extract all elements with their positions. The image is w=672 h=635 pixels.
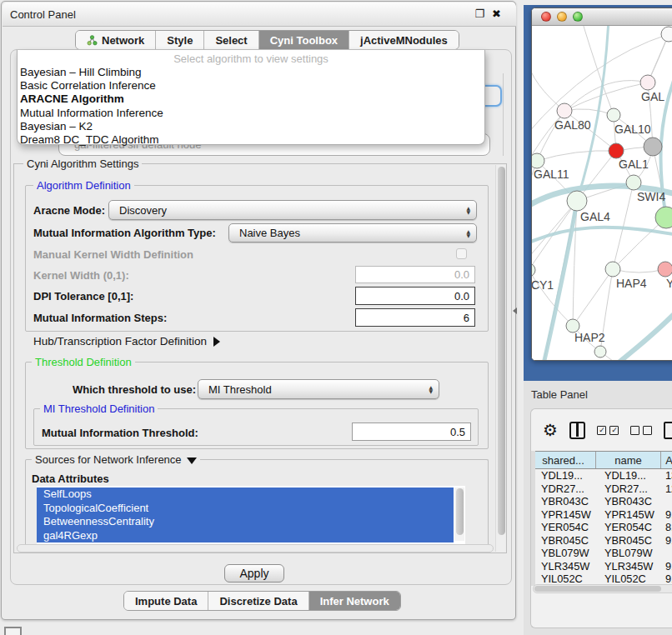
table-row[interactable]: YER054CYER054C8. [531,521,672,534]
unchecked-checkbox-icon [643,426,652,435]
tab-label: Style [167,34,193,47]
tab-discretize-data[interactable]: Discretize Data [208,592,308,610]
tab-label: Select [215,34,247,47]
table-cell: YDL19... [531,469,596,482]
table-row[interactable]: YPR145WYPR145W9. [531,508,672,522]
combo-arrows-icon: ▲▼ [466,206,470,214]
table-cell: 12 [661,482,672,495]
table-cell: YBR045C [531,534,596,547]
deselect-all-icon[interactable] [630,426,652,435]
network-node-hap4[interactable] [605,262,620,277]
algorithm-option-aracne-algorithm[interactable]: ARACNE Algorithm [20,92,484,106]
tab-jactivemnodules[interactable]: jActiveMNodules [349,31,459,49]
sources-group-title[interactable]: Sources for Network Inference [32,453,200,466]
network-node-gal11[interactable] [532,153,544,168]
network-canvas[interactable]: GALGAL80GAL10GAL1GAL11SWI4GAL4GCY1HAP4YH… [532,26,672,361]
mi-threshold-field[interactable]: 0.5 [352,422,471,441]
network-node-y[interactable] [658,262,672,277]
tab-network[interactable]: Network [76,31,156,49]
kernel-width-field[interactable]: 0.0 [355,266,475,283]
network-node-swi4[interactable] [626,175,641,190]
settings-horizontal-scrollbar[interactable] [17,544,494,552]
attribute-item-betweennesscentrality[interactable]: BetweennessCentrality [37,515,454,529]
panel-divider-handle[interactable] [513,308,517,314]
column-header-shared[interactable]: shared... [531,452,596,468]
manual-kernel-checkbox[interactable] [456,248,467,259]
network-node[interactable] [644,138,662,156]
attribute-list-scrollbar[interactable] [454,488,464,541]
tab-cyni-toolbox[interactable]: Cyni Toolbox [259,31,349,49]
network-node-gal[interactable] [640,75,655,90]
table-cell: YBL079W [596,547,661,559]
table-header-row: shared...nameA [531,451,672,469]
table-cell: YBR045C [596,534,661,547]
attribute-list-scrollbar-thumb[interactable] [456,488,464,535]
network-node-gal80[interactable] [557,103,572,118]
close-traffic-light-icon[interactable] [541,12,551,22]
algorithm-option-mutual-information-inference[interactable]: Mutual Information Inference [20,107,484,120]
table-cell: YDR27... [531,482,596,495]
tab-style[interactable]: Style [156,31,204,49]
zoom-traffic-light-icon[interactable] [573,12,583,22]
data-attributes-list[interactable]: SelfLoopsTopologicalCoefficientBetweenne… [37,486,465,544]
hub-section-toggle[interactable]: Hub/Transcription Factor Definition [33,335,220,348]
node-label-gcy1: GCY1 [532,278,554,292]
table-row[interactable]: YBR045CYBR045C9. [531,534,672,548]
network-window-titlebar[interactable] [532,8,672,26]
algorithm-option-bayesian-k2[interactable]: Bayesian – K2 [20,120,484,133]
table-scrollbar-thumb[interactable] [534,586,661,592]
tab-impute-data[interactable]: Impute Data [124,592,208,610]
select-all-icon[interactable]: ✓ ✓ [597,426,619,435]
attribute-item-gal4rgexp[interactable]: gal4RGexp [37,529,454,543]
mi-type-label: Mutual Information Algorithm Type: [33,227,216,239]
gear-icon[interactable]: ⚙ [543,422,558,438]
network-node[interactable] [594,346,606,358]
document-icon[interactable] [664,422,672,439]
float-window-icon[interactable]: ❐ [474,8,484,20]
checked-checkbox-icon: ✓ [609,426,619,435]
settings-scrollbar-thumb[interactable] [498,167,505,535]
algorithm-option-bayesian-hill-climbing[interactable]: Bayesian – Hill Climbing [20,66,484,79]
network-node-gal4[interactable] [567,191,587,211]
network-node-gcy1[interactable] [532,263,535,277]
mi-steps-field[interactable]: 6 [355,308,475,327]
column-header-a[interactable]: A [661,452,672,468]
mi-threshold-definition-title: MI Threshold Definition [40,402,158,415]
expand-right-icon[interactable] [213,337,220,347]
attribute-item-selfloops[interactable]: SelfLoops [37,488,454,502]
table-row[interactable]: YDL19...YDL19...13 [531,469,672,482]
table-row[interactable]: YDR27...YDR27...12 [531,482,672,496]
minimize-traffic-light-icon[interactable] [557,12,567,22]
minimized-window-icon[interactable] [4,627,22,635]
dpi-tolerance-field[interactable]: 0.0 [355,287,475,305]
mi-type-combo[interactable]: Naive Bayes ▲▼ [228,223,477,242]
table-horizontal-scrollbar[interactable] [533,584,672,593]
algorithm-option-dream8-dc-tdc-algorithm[interactable]: Dream8 DC_TDC Algorithm [20,133,484,147]
network-node-gal10[interactable] [607,108,620,122]
settings-vertical-scrollbar[interactable] [495,165,505,552]
tab-select[interactable]: Select [204,31,258,49]
network-node-gal1[interactable] [609,143,624,158]
data-attributes-label: Data Attributes [32,472,109,485]
table-row[interactable]: YBL079WYBL079W [531,547,672,560]
node-label-swi4: SWI4 [637,190,665,203]
tab-label: Cyni Toolbox [270,34,338,47]
table-cell: YDL19... [596,469,661,482]
which-threshold-combo[interactable]: MI Threshold ▲▼ [198,379,439,399]
mi-type-value: Naive Bayes [239,227,300,239]
close-icon[interactable]: ✖ [492,8,501,20]
column-header-name[interactable]: name [596,452,661,468]
apply-button-label: Apply [239,567,268,580]
control-panel-titlebar[interactable]: Control Panel ❐ ✖ [3,2,516,27]
algorithm-option-basic-correlation-inference[interactable]: Basic Correlation Inference [20,79,484,92]
table-row[interactable]: YLR345WYLR345W9. [531,560,672,573]
network-node[interactable] [661,27,672,42]
attribute-item-topologicalcoefficient[interactable]: TopologicalCoefficient [37,502,454,516]
aracne-mode-combo[interactable]: Discovery ▲▼ [108,200,477,220]
table-row[interactable]: YBR043CYBR043C [531,495,672,508]
tab-infer-network[interactable]: Infer Network [309,592,400,610]
columns-icon[interactable] [569,422,585,439]
table-toolbar: ⚙ ✓ ✓ [531,414,672,446]
collapse-down-icon[interactable] [187,458,197,464]
apply-button[interactable]: Apply [224,564,284,582]
